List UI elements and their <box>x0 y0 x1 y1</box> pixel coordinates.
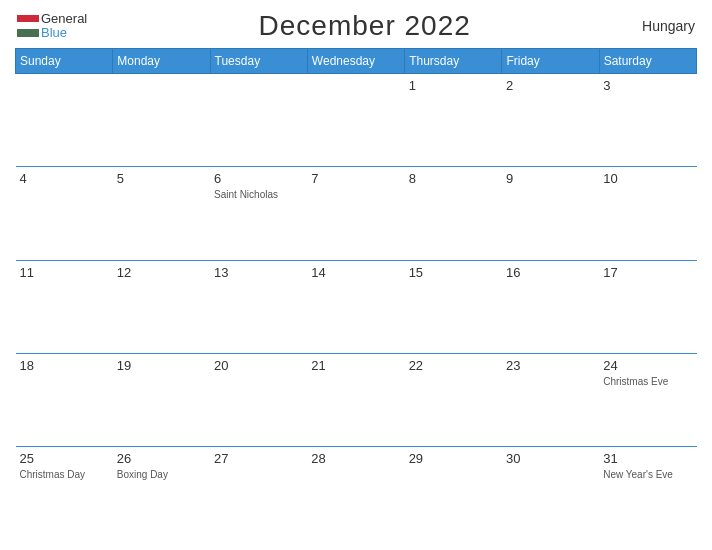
event-label: New Year's Eve <box>603 468 692 481</box>
day-number: 27 <box>214 451 303 466</box>
table-row: 10 <box>599 167 696 260</box>
day-number: 30 <box>506 451 595 466</box>
table-row: 4 <box>16 167 113 260</box>
table-row <box>210 74 307 167</box>
calendar-container: General Blue December 2022 Hungary Sunda… <box>0 0 712 550</box>
calendar-header-row: Sunday Monday Tuesday Wednesday Thursday… <box>16 49 697 74</box>
table-row: 27 <box>210 447 307 540</box>
table-row <box>307 74 404 167</box>
table-row: 29 <box>405 447 502 540</box>
table-row: 14 <box>307 260 404 353</box>
table-row: 22 <box>405 353 502 446</box>
table-row: 5 <box>113 167 210 260</box>
calendar-week-row: 456Saint Nicholas78910 <box>16 167 697 260</box>
calendar-body: 123456Saint Nicholas78910111213141516171… <box>16 74 697 541</box>
table-row: 24Christmas Eve <box>599 353 696 446</box>
table-row: 20 <box>210 353 307 446</box>
calendar-week-row: 11121314151617 <box>16 260 697 353</box>
logo: General Blue <box>17 12 87 41</box>
day-number: 8 <box>409 171 498 186</box>
svg-rect-0 <box>17 15 39 22</box>
svg-rect-2 <box>17 29 39 37</box>
month-title: December 2022 <box>259 10 471 42</box>
table-row: 11 <box>16 260 113 353</box>
day-number: 26 <box>117 451 206 466</box>
event-label: Saint Nicholas <box>214 188 303 201</box>
day-number: 12 <box>117 265 206 280</box>
day-number: 21 <box>311 358 400 373</box>
table-row: 19 <box>113 353 210 446</box>
calendar-header: General Blue December 2022 Hungary <box>15 10 697 42</box>
day-number: 3 <box>603 78 692 93</box>
table-row: 1 <box>405 74 502 167</box>
day-number: 20 <box>214 358 303 373</box>
event-label: Boxing Day <box>117 468 206 481</box>
day-number: 10 <box>603 171 692 186</box>
table-row: 28 <box>307 447 404 540</box>
day-number: 4 <box>20 171 109 186</box>
day-number: 19 <box>117 358 206 373</box>
day-number: 14 <box>311 265 400 280</box>
table-row: 16 <box>502 260 599 353</box>
day-number: 23 <box>506 358 595 373</box>
day-number: 5 <box>117 171 206 186</box>
table-row: 23 <box>502 353 599 446</box>
day-number: 29 <box>409 451 498 466</box>
day-number: 25 <box>20 451 109 466</box>
table-row: 26Boxing Day <box>113 447 210 540</box>
day-number: 17 <box>603 265 692 280</box>
day-number: 1 <box>409 78 498 93</box>
calendar-week-row: 18192021222324Christmas Eve <box>16 353 697 446</box>
calendar-week-row: 25Christmas Day26Boxing Day2728293031New… <box>16 447 697 540</box>
table-row: 3 <box>599 74 696 167</box>
event-label: Christmas Eve <box>603 375 692 388</box>
svg-rect-1 <box>17 22 39 29</box>
col-monday: Monday <box>113 49 210 74</box>
col-tuesday: Tuesday <box>210 49 307 74</box>
table-row: 18 <box>16 353 113 446</box>
table-row: 9 <box>502 167 599 260</box>
day-number: 16 <box>506 265 595 280</box>
table-row <box>113 74 210 167</box>
table-row: 2 <box>502 74 599 167</box>
calendar-table: Sunday Monday Tuesday Wednesday Thursday… <box>15 48 697 540</box>
hungary-flag-icon <box>17 15 39 37</box>
table-row <box>16 74 113 167</box>
table-row: 17 <box>599 260 696 353</box>
table-row: 30 <box>502 447 599 540</box>
event-label: Christmas Day <box>20 468 109 481</box>
day-number: 13 <box>214 265 303 280</box>
col-saturday: Saturday <box>599 49 696 74</box>
table-row: 15 <box>405 260 502 353</box>
table-row: 25Christmas Day <box>16 447 113 540</box>
table-row: 12 <box>113 260 210 353</box>
day-number: 18 <box>20 358 109 373</box>
day-number: 11 <box>20 265 109 280</box>
country-label: Hungary <box>642 18 695 34</box>
table-row: 8 <box>405 167 502 260</box>
table-row: 31New Year's Eve <box>599 447 696 540</box>
table-row: 7 <box>307 167 404 260</box>
day-number: 7 <box>311 171 400 186</box>
day-number: 28 <box>311 451 400 466</box>
col-wednesday: Wednesday <box>307 49 404 74</box>
day-number: 22 <box>409 358 498 373</box>
day-number: 2 <box>506 78 595 93</box>
col-friday: Friday <box>502 49 599 74</box>
col-thursday: Thursday <box>405 49 502 74</box>
logo-text: General Blue <box>41 12 87 41</box>
day-number: 15 <box>409 265 498 280</box>
calendar-week-row: 123 <box>16 74 697 167</box>
table-row: 6Saint Nicholas <box>210 167 307 260</box>
day-number: 6 <box>214 171 303 186</box>
col-sunday: Sunday <box>16 49 113 74</box>
day-number: 24 <box>603 358 692 373</box>
day-number: 31 <box>603 451 692 466</box>
table-row: 13 <box>210 260 307 353</box>
day-number: 9 <box>506 171 595 186</box>
table-row: 21 <box>307 353 404 446</box>
